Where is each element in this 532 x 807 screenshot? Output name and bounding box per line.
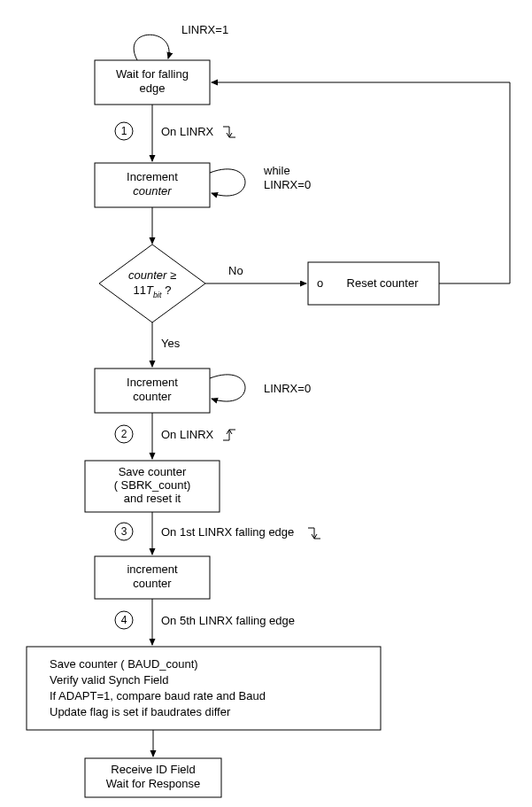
- step2-label: On LINRX: [161, 428, 214, 441]
- n3-prefix: o: [317, 276, 323, 290]
- n8-text2: Wait for Response: [106, 777, 200, 790]
- n7-text1: Save counter ( BAUD_count): [50, 657, 198, 671]
- n1-text2: edge: [140, 81, 166, 95]
- n4-text2: counter: [133, 390, 172, 403]
- n5-text2: ( SBRK_count): [114, 478, 191, 492]
- self-loop-2a-label: while: [263, 164, 290, 177]
- step-num-4: 4: [121, 614, 127, 626]
- falling-edge-icon-2: [308, 528, 320, 539]
- self-loop-1-label: LINRX=1: [181, 23, 228, 36]
- n7-text2: Verify valid Synch Field: [50, 673, 168, 687]
- step1-label: On LINRX: [161, 125, 214, 138]
- self-loop-4-label: LINRX=0: [264, 382, 311, 395]
- self-loop-4: [210, 375, 245, 401]
- step3-label: On 1st LINRX falling edge: [161, 525, 294, 539]
- edge-n3-n1: [212, 82, 510, 283]
- rising-edge-icon: [223, 430, 235, 440]
- n1-text1: Wait for falling: [116, 67, 189, 81]
- step4-label: On 5th LINRX falling edge: [161, 614, 295, 627]
- n3-label: Reset counter: [347, 276, 420, 290]
- n7-text4: Update flag is set if baudrates differ: [50, 705, 231, 718]
- falling-edge-icon: [223, 127, 235, 137]
- n7-text3: If ADAPT=1, compare baud rate and Baud: [50, 689, 266, 702]
- d1-text-line1: counter ≥: [128, 268, 176, 282]
- n5-text3: and reset it: [124, 492, 181, 505]
- step-num-3: 3: [121, 525, 127, 538]
- step-num-2: 2: [121, 428, 127, 440]
- no-label: No: [228, 264, 243, 277]
- n2-text1: Increment: [127, 170, 178, 183]
- yes-label: Yes: [161, 337, 181, 350]
- n4-text1: Increment: [127, 376, 178, 389]
- n2-text2: counter: [133, 184, 172, 198]
- n5-text1: Save counter: [119, 465, 187, 478]
- self-loop-2b-label: LINRX=0: [264, 178, 311, 191]
- step-num-1: 1: [121, 125, 127, 137]
- n6-text2: counter: [133, 577, 172, 590]
- n6-text1: increment: [127, 563, 177, 576]
- self-loop-2: [210, 169, 245, 196]
- self-loop-1: [134, 35, 169, 60]
- n8-text1: Receive ID Field: [111, 763, 195, 776]
- flowchart-diagram: Wait for falling edge LINRX=1 1 On LINRX…: [0, 0, 532, 807]
